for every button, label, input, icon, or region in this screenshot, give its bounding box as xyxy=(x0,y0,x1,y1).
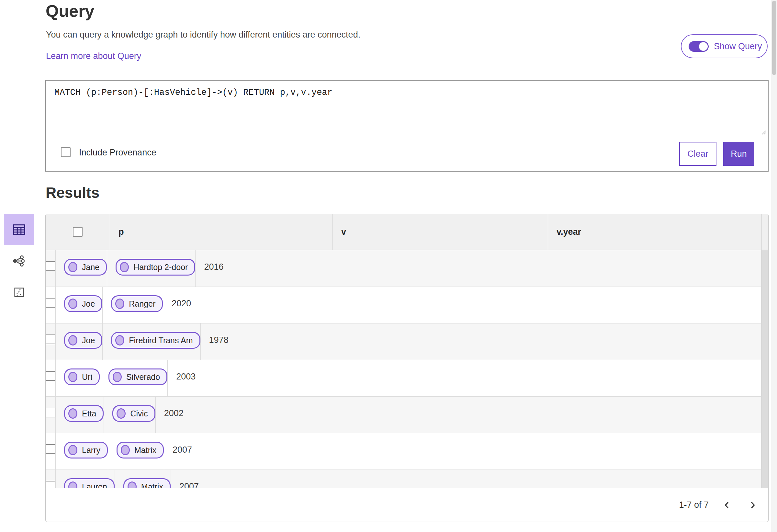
row-checkbox-cell xyxy=(46,397,56,433)
row-checkbox-cell xyxy=(46,470,56,488)
entity-pill[interactable]: Matrix xyxy=(123,478,171,488)
table-row: LaurenMatrix2007 xyxy=(46,470,762,488)
header-scrollbar-stub xyxy=(762,214,768,250)
entity-label: Jane xyxy=(82,262,99,272)
table-header-row: p v v.year xyxy=(46,214,768,250)
table-scrollbar[interactable] xyxy=(761,250,768,488)
cell-p: Larry xyxy=(56,433,108,469)
query-input[interactable]: MATCH (p:Person)-[:HasVehicle]->(v) RETU… xyxy=(46,81,768,136)
entity-label: Larry xyxy=(82,445,100,455)
include-provenance-checkbox[interactable] xyxy=(61,147,71,157)
entity-pill[interactable]: Lauren xyxy=(64,478,115,488)
entity-label: Etta xyxy=(82,409,96,418)
node-circle-icon xyxy=(68,299,77,309)
run-button[interactable]: Run xyxy=(723,142,754,166)
table-body: JaneHardtop 2-door2016JoeRanger2020JoeFi… xyxy=(46,250,762,488)
include-provenance-label: Include Provenance xyxy=(79,148,156,158)
toggle-knob xyxy=(699,42,708,51)
browser-scrollbar[interactable] xyxy=(771,0,777,532)
query-editor-panel: MATCH (p:Person)-[:HasVehicle]->(v) RETU… xyxy=(45,80,769,172)
cell-v: Matrix xyxy=(115,470,171,488)
toggle-on-icon[interactable] xyxy=(689,41,709,52)
entity-pill[interactable]: Hardtop 2-door xyxy=(116,259,195,276)
year-value: 2003 xyxy=(176,372,196,382)
select-all-checkbox[interactable] xyxy=(73,227,83,237)
cell-vyear: 2007 xyxy=(164,433,192,469)
learn-more-link[interactable]: Learn more about Query xyxy=(46,51,141,61)
node-circle-icon xyxy=(68,372,77,382)
node-circle-icon xyxy=(68,445,77,455)
node-circle-icon xyxy=(115,299,124,309)
entity-pill[interactable]: Etta xyxy=(64,405,104,422)
table-row: UriSilverado2003 xyxy=(46,360,762,397)
table-row: EttaCivic2002 xyxy=(46,397,762,433)
cell-vyear: 2020 xyxy=(163,287,191,323)
row-checkbox-cell xyxy=(46,287,56,323)
pagination-bar: 1-7 of 7 xyxy=(46,488,768,522)
row-checkbox[interactable] xyxy=(46,371,56,381)
query-textarea-wrapper: MATCH (p:Person)-[:HasVehicle]->(v) RETU… xyxy=(46,81,768,136)
row-checkbox[interactable] xyxy=(46,334,56,344)
show-query-toggle-button[interactable]: Show Query xyxy=(681,34,768,58)
column-header-p: p xyxy=(110,214,332,250)
entity-label: Firebird Trans Am xyxy=(129,336,193,345)
node-circle-icon xyxy=(121,445,130,455)
entity-pill[interactable]: Uri xyxy=(64,368,100,385)
year-value: 1978 xyxy=(209,335,229,345)
node-circle-icon xyxy=(117,408,126,419)
next-page-button[interactable] xyxy=(745,497,761,513)
entity-label: Joe xyxy=(82,336,95,345)
row-checkbox[interactable] xyxy=(46,298,56,308)
row-checkbox[interactable] xyxy=(46,261,56,271)
entity-label: Civic xyxy=(130,409,148,418)
resize-grip-icon[interactable] xyxy=(760,128,767,135)
map-route-icon xyxy=(13,286,25,299)
node-circle-icon xyxy=(128,482,137,488)
cell-v: Silverado xyxy=(100,360,168,396)
table-row: JaneHardtop 2-door2016 xyxy=(46,250,762,287)
entity-pill[interactable]: Larry xyxy=(64,442,108,458)
cell-v: Hardtop 2-door xyxy=(107,250,195,287)
cell-v: Ranger xyxy=(102,287,163,323)
node-circle-icon xyxy=(113,372,122,382)
node-circle-icon xyxy=(115,335,124,345)
year-value: 2002 xyxy=(164,408,184,418)
entity-pill[interactable]: Silverado xyxy=(108,368,168,385)
browser-scrollbar-thumb[interactable] xyxy=(772,1,776,75)
results-table: p v v.year JaneHardtop 2-door2016JoeRang… xyxy=(45,214,769,522)
entity-pill[interactable]: Joe xyxy=(64,295,102,312)
clear-button[interactable]: Clear xyxy=(679,142,716,166)
entity-label: Joe xyxy=(82,299,95,309)
cell-p: Joe xyxy=(56,287,102,323)
cell-vyear: 2003 xyxy=(168,360,196,396)
previous-page-button[interactable] xyxy=(719,497,735,513)
row-checkbox-cell xyxy=(46,250,56,287)
node-circle-icon xyxy=(120,262,129,272)
entity-pill[interactable]: Matrix xyxy=(117,442,164,458)
entity-pill[interactable]: Jane xyxy=(64,259,107,276)
entity-pill[interactable]: Ranger xyxy=(111,295,163,312)
year-value: 2007 xyxy=(173,445,192,455)
node-circle-icon xyxy=(68,335,77,345)
graph-view-button[interactable] xyxy=(4,245,34,277)
cell-v: Matrix xyxy=(108,433,164,469)
cell-v: Civic xyxy=(104,397,155,433)
table-row: JoeFirebird Trans Am1978 xyxy=(46,323,762,360)
network-graph-icon xyxy=(12,254,26,268)
row-checkbox-cell xyxy=(46,360,56,396)
row-checkbox[interactable] xyxy=(46,444,56,454)
year-value: 2007 xyxy=(179,482,199,488)
entity-pill[interactable]: Joe xyxy=(64,332,102,349)
table-view-button[interactable] xyxy=(4,214,34,245)
entity-pill[interactable]: Firebird Trans Am xyxy=(111,332,200,349)
entity-pill[interactable]: Civic xyxy=(112,405,155,422)
row-checkbox[interactable] xyxy=(46,408,56,417)
knowledge-graph-query-page: Query You can query a knowledge graph to… xyxy=(0,0,777,532)
entity-label: Lauren xyxy=(82,482,107,488)
row-checkbox[interactable] xyxy=(46,481,56,488)
header-checkbox-cell xyxy=(46,214,110,250)
cell-p: Etta xyxy=(56,397,104,433)
cell-p: Jane xyxy=(56,250,107,287)
map-view-button[interactable] xyxy=(4,277,34,308)
cell-vyear: 2007 xyxy=(171,470,199,488)
